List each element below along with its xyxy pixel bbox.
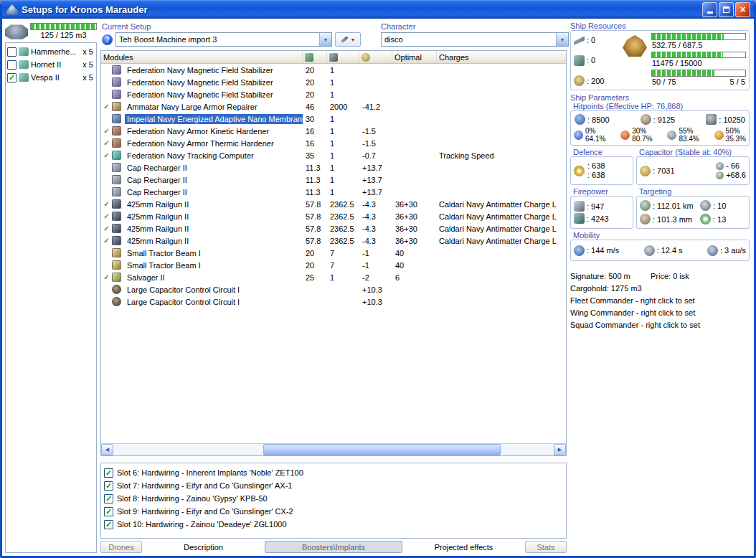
module-row[interactable]: ✓ 425mm Railgun II 57.8 2362.5 -4.3 36+3… [101,198,566,210]
defence-box: : 638 : 638 [570,156,633,185]
current-setup-value: Teh Boost Machine import 3 [116,35,319,44]
warp-speed: : 3 au/s [707,245,746,256]
module-row[interactable]: ✓ 425mm Railgun II 57.8 2362.5 -4.3 36+3… [101,235,566,247]
module-row[interactable]: ✓ Federation Navy Magnetic Field Stabili… [101,64,566,76]
targeting-box: : 112.01 km : 10 : 101.3 mm : 13 [636,196,750,229]
module-row[interactable]: ✓ Imperial Navy Energized Adaptive Nano … [101,113,566,125]
maximize-button[interactable] [719,2,734,17]
optimal-column-header[interactable]: Optimal [392,51,437,63]
implant-row[interactable]: ✓ Slot 10: Hardwiring - Zainou 'Deadeye'… [104,518,563,531]
drone-checkbox[interactable]: ✓ [7,47,16,57]
drone-list-item[interactable]: ✓ Vespa II x 5 [7,71,95,84]
capacitor-drain: - 66 [716,161,746,171]
drone-checkbox[interactable]: ✓ [7,60,16,70]
implant-name: Slot 8: Hardwiring - Zainou 'Gypsy' KPB-… [117,494,268,503]
implant-row[interactable]: ✓ Slot 7: Hardwiring - Eifyr and Co 'Gun… [104,479,563,492]
module-row[interactable]: ✓ Salvager II 25 1 -2 6 [101,271,566,283]
powergrid-column-header[interactable] [327,51,359,63]
drone-bandwidth-bar [651,70,746,77]
targeting-range-value: : 112.01 km [653,202,694,210]
module-row[interactable]: ✓ Federation Navy Tracking Computer 35 1… [101,149,566,161]
drone-list-item[interactable]: ✓ Hornet II x 5 [7,58,95,71]
close-button[interactable]: × [735,2,750,17]
max-velocity-value: : 144 m/s [587,246,619,255]
implant-checkbox[interactable]: ✓ [104,481,113,491]
capacitor-section: Capacitor (Stable at: 40%) : 7031 - 66 +… [636,148,750,185]
squad-commander-setting[interactable]: Squad Commander - right click to set [570,319,750,331]
wing-commander-setting[interactable]: Wing Commander - right click to set [570,307,750,319]
bottom-tab[interactable]: Stats [525,541,567,553]
charges-column-header[interactable]: Charges [437,51,566,63]
module-cap-use: +13.7 [359,176,392,184]
fleet-commander-setting[interactable]: Fleet Commander - right click to set [570,295,750,307]
implants-list: ✓ Slot 6: Hardwiring - Inherent Implants… [100,463,567,539]
module-row[interactable]: ✓ 425mm Railgun II 57.8 2362.5 -4.3 36+3… [101,222,566,235]
implant-checkbox[interactable]: ✓ [104,507,113,516]
bottom-tab-label: Stats [537,543,554,552]
cargohold-value: Cargohold: 1275 m3 [570,283,750,295]
module-row[interactable]: ✓ Federation Navy Magnetic Field Stabili… [101,76,566,88]
module-row[interactable]: ✓ Federation Navy Armor Kinetic Hardener… [101,125,566,137]
module-row[interactable]: ✓ Federation Navy Armor Thermic Hardener… [101,137,566,149]
bottom-tab[interactable]: Description [143,541,264,553]
module-name: Cap Recharger II [125,163,189,173]
drone-checkbox[interactable]: ✓ [7,73,16,82]
help-icon[interactable]: ? [102,34,113,45]
module-charge: Caldari Navy Antimatter Charge L [437,200,566,209]
module-active-check-icon: ✓ [101,78,112,86]
module-active-check-icon: ✓ [101,200,112,208]
scroll-right-arrow[interactable]: ▶ [554,444,566,455]
titlebar[interactable]: Setups for Kronos Marauder × [2,0,754,19]
ship-parameters-label: Ship Parameters [570,93,750,102]
scrollbar-track[interactable] [113,444,554,455]
dps: : 947 [574,201,604,212]
module-row[interactable]: ✓ Cap Recharger II 11.3 1 +13.7 [101,174,566,186]
armor-resist-value: 83.4% [679,135,699,143]
module-row[interactable]: ✓ Federation Navy Magnetic Field Stabili… [101,88,566,100]
capacitor-column-header[interactable] [359,51,392,63]
module-row[interactable]: ✓ Small Tractor Beam I 20 7 -1 40 [101,259,566,271]
resist-icon [620,131,630,140]
powergrid-value: 11475 / 15000 [651,59,746,69]
module-cpu: 16 [303,127,327,136]
scrollbar-thumb[interactable] [263,444,501,455]
implant-checkbox[interactable]: ✓ [104,494,113,503]
check-icon: ✓ [105,495,112,503]
implant-row[interactable]: ✓ Slot 8: Hardwiring - Zainou 'Gypsy' KP… [104,492,563,505]
implant-name: Slot 9: Hardwiring - Eifyr and Co 'Gunsl… [117,507,293,516]
module-row[interactable]: ✓ Large Capacitor Control Circuit I +10.… [101,295,566,308]
minimize-button[interactable] [702,2,717,17]
module-row[interactable]: ✓ Cap Recharger II 11.3 1 +13.7 [101,186,566,198]
module-row[interactable]: ✓ Cap Recharger II 11.3 1 +13.7 [101,161,566,174]
drone-list-item[interactable]: ✓ Hammerhe... x 5 [7,45,95,58]
cpu-column-header[interactable] [303,51,327,63]
modules-column-header[interactable]: Modules [101,51,303,63]
character-select[interactable]: disco ▼ [381,32,569,47]
setup-tools-button[interactable]: ▼ [335,32,361,47]
implant-checkbox[interactable]: ✓ [104,468,113,478]
module-row[interactable]: ✓ Large Capacitor Control Circuit I +10.… [101,283,566,295]
current-setup-select[interactable]: Teh Boost Machine import 3 ▼ [115,32,332,47]
implant-row[interactable]: ✓ Slot 9: Hardwiring - Eifyr and Co 'Gun… [104,505,563,518]
bottom-tab[interactable]: Drones [100,541,142,553]
implant-checkbox[interactable]: ✓ [104,520,113,529]
module-row[interactable]: ✓ 425mm Railgun II 57.8 2362.5 -4.3 36+3… [101,210,566,222]
implant-row[interactable]: ✓ Slot 6: Hardwiring - Inherent Implants… [104,466,563,479]
module-powergrid: 2362.5 [327,200,359,209]
module-optimal: 36+30 [392,237,437,245]
scroll-left-arrow[interactable]: ◀ [101,444,113,455]
bottom-tab[interactable]: Projected effects [403,541,524,553]
module-row[interactable]: ✓ Ammatar Navy Large Armor Repairer 46 2… [101,100,566,113]
module-cpu: 20 [303,90,327,99]
module-active-check-icon: ✓ [101,103,112,110]
chevron-down-icon[interactable]: ▼ [319,33,331,46]
module-cpu: 20 [303,66,327,75]
armor-resist-value: 80.7% [632,135,652,143]
bottom-tab[interactable]: Boosters\Implants [265,541,402,553]
current-setup-group: Current Setup ? Teh Boost Machine import… [102,22,361,47]
chevron-down-icon[interactable]: ▼ [556,33,568,46]
module-row[interactable]: ✓ Small Tractor Beam I 20 7 -1 40 [101,247,566,259]
modules-table-header: Modules Optimal Charges [101,51,566,64]
module-name: Imperial Navy Energized Adaptive Nano Me… [125,114,303,124]
horizontal-scrollbar[interactable]: ◀ ▶ [101,443,566,455]
